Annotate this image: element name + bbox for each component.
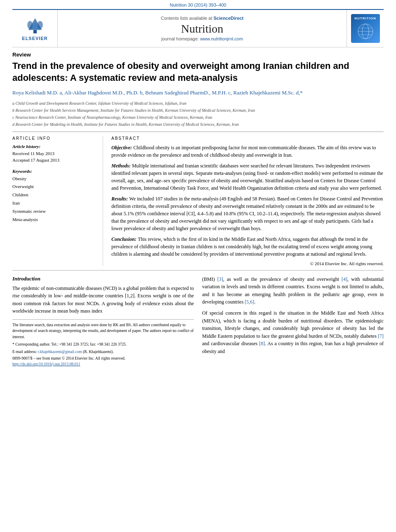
- affiliation-item: d Research Center for Modeling in Health…: [12, 121, 384, 127]
- intro-paragraph-2-right: Of special concern in this regard is the…: [202, 309, 384, 355]
- affiliation-item: b Research Center for Health Services Ma…: [12, 107, 384, 113]
- affiliation-item: c Neuroscience Research Center, Institut…: [12, 114, 384, 120]
- svg-point-3: [27, 21, 33, 29]
- review-label: Review: [12, 52, 384, 58]
- doi-link[interactable]: http://dx.doi.org/10.1016/j.nut.2013.08.…: [12, 362, 80, 366]
- authors: Roya Kelishadi M.D. a, Ali-Akbar Haghdoo…: [12, 89, 384, 97]
- svg-point-4: [37, 21, 42, 29]
- results-heading: Results:: [111, 196, 128, 202]
- keywords-block: Keywords: ObesityOverweightChildrenIranS…: [12, 169, 97, 224]
- issn-line: 0899-9007/$ – see front matter © 2014 El…: [12, 356, 194, 360]
- ref-3[interactable]: [3]: [217, 276, 223, 282]
- homepage-text: journal homepage:: [161, 36, 199, 41]
- affiliation-item: a Child Growth and Development Research …: [12, 100, 384, 106]
- footnote-1: The literature search, data extraction a…: [12, 322, 194, 340]
- affiliations: a Child Growth and Development Research …: [12, 100, 384, 127]
- intro-p1-right-text: (BMI) [3], as well as the prevalence of …: [202, 276, 384, 305]
- conclusion-text: This review, which is the first of its k…: [111, 236, 372, 257]
- intro-paragraph-1: The epidemic of non-communicable disease…: [12, 285, 194, 315]
- article-info-header: ARTICLE INFO: [12, 136, 97, 141]
- journal-header: ELSEVIER Contents lists available at Sci…: [12, 9, 384, 47]
- email-line: E-mail address: r.khajehkazemi@gmail.com…: [12, 349, 194, 355]
- copyright-line: © 2014 Elsevier Inc. All rights reserved…: [111, 261, 384, 266]
- nutrition-badge: NUTRITION: [351, 14, 380, 43]
- homepage-url[interactable]: www.nutritionjrnl.com: [200, 36, 243, 41]
- footnote-area: The literature search, data extraction a…: [12, 319, 194, 367]
- email-suffix: (R. Khajehkazemi).: [83, 350, 114, 354]
- abstract-objective: Objective: Childhood obesity is an impor…: [111, 144, 384, 159]
- ref-7[interactable]: [7]: [378, 333, 384, 339]
- body-divider: [12, 270, 384, 271]
- received-date: Received 11 May 2013: [12, 150, 97, 157]
- article-info-column: ARTICLE INFO Article history: Received 1…: [12, 136, 103, 266]
- keywords-label: Keywords:: [12, 169, 97, 174]
- header-left: ELSEVIER: [12, 10, 58, 47]
- article-title: Trend in the prevalence of obesity and o…: [12, 60, 384, 84]
- divider-1: [12, 132, 384, 132]
- objective-text: Childhood obesity is an important predis…: [111, 145, 376, 158]
- abstract-header: ABSTRACT: [111, 136, 384, 141]
- keyword-item: Iran: [12, 199, 97, 207]
- ref-5-6[interactable]: [5,6]: [245, 299, 254, 305]
- sciencedirect-link[interactable]: ScienceDirect: [214, 16, 244, 21]
- keyword-item: Children: [12, 191, 97, 199]
- methods-text: Multiple international and Iranian scien…: [111, 163, 383, 191]
- body-two-col: Introduction The epidemic of non-communi…: [12, 275, 384, 367]
- abstract-conclusion: Conclusion: This review, which is the fi…: [111, 235, 384, 258]
- elsevier-logo: ELSEVIER: [22, 16, 47, 41]
- article-info-abstract: ARTICLE INFO Article history: Received 1…: [12, 136, 384, 266]
- citation-text: Nutrition 30 (2014) 393–400: [170, 2, 226, 7]
- objective-heading: Objective:: [111, 145, 132, 151]
- keyword-item: Obesity: [12, 175, 97, 183]
- methods-heading: Methods:: [111, 163, 131, 169]
- ref-4[interactable]: [4]: [342, 276, 347, 282]
- sciencedirect-line: Contents lists available at ScienceDirec…: [161, 16, 244, 21]
- main-content: Review Trend in the prevalence of obesit…: [0, 47, 396, 375]
- results-text: We included 107 studies in the meta-anal…: [111, 196, 383, 231]
- body-left-col: Introduction The epidemic of non-communi…: [12, 275, 194, 367]
- citation-bar: Nutrition 30 (2014) 393–400: [0, 0, 396, 9]
- accepted-date: Accepted 17 August 2013: [12, 157, 97, 164]
- header-center: Contents lists available at ScienceDirec…: [58, 10, 346, 47]
- abstract-column: ABSTRACT Objective: Childhood obesity is…: [111, 136, 384, 266]
- header-right: NUTRITION: [346, 10, 384, 47]
- email-address[interactable]: r.khajehkazemi@gmail.com: [38, 350, 82, 354]
- article-history-block: Article history: Received 11 May 2013 Ac…: [12, 144, 97, 164]
- keyword-item: Systematic review: [12, 207, 97, 216]
- keyword-item: Meta-analysis: [12, 216, 97, 224]
- body-right-col: (BMI) [3], as well as the prevalence of …: [202, 275, 384, 367]
- keywords-list: ObesityOverweightChildrenIranSystematic …: [12, 175, 97, 224]
- history-label: Article history:: [12, 144, 97, 149]
- svg-rect-0: [33, 30, 36, 33]
- abstract-results: Results: We included 107 studies in the …: [111, 195, 384, 232]
- homepage-line: journal homepage: www.nutritionjrnl.com: [161, 36, 243, 41]
- intro-p2-right-text: Of special concern in this regard is the…: [202, 310, 384, 354]
- conclusion-heading: Conclusion:: [111, 236, 137, 242]
- ref-8[interactable]: [8]: [259, 341, 265, 346]
- nutrition-badge-text: NUTRITION: [354, 16, 376, 20]
- intro-paragraph-1-right: (BMI) [3], as well as the prevalence of …: [202, 275, 384, 306]
- nutrition-badge-globe-icon: [355, 20, 376, 40]
- journal-title: Nutrition: [181, 22, 224, 35]
- abstract-methods: Methods: Multiple international and Iran…: [111, 162, 384, 192]
- page-container: Nutrition 30 (2014) 393–400 ELSEVIER Con…: [0, 0, 396, 375]
- elsevier-text: ELSEVIER: [22, 36, 47, 41]
- contents-text: Contents lists available at: [161, 16, 212, 21]
- introduction-title: Introduction: [12, 275, 194, 282]
- email-label: E-mail address:: [12, 350, 37, 354]
- corresponding-author: * Corresponding author. Tel.: +98 341 22…: [12, 341, 194, 347]
- keyword-item: Overweight: [12, 183, 97, 191]
- elsevier-tree-icon: [23, 16, 47, 35]
- intro-p1-text: The epidemic of non-communicable disease…: [12, 285, 194, 314]
